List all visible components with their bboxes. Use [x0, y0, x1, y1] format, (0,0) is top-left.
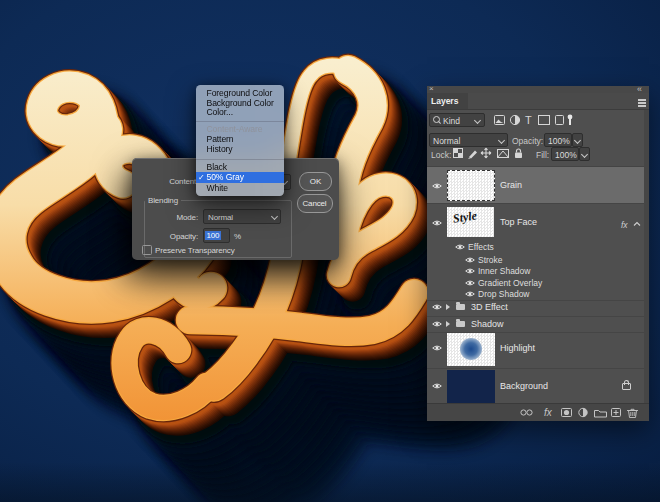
svg-text:T: T: [525, 114, 532, 126]
svg-text:fx: fx: [544, 407, 553, 418]
